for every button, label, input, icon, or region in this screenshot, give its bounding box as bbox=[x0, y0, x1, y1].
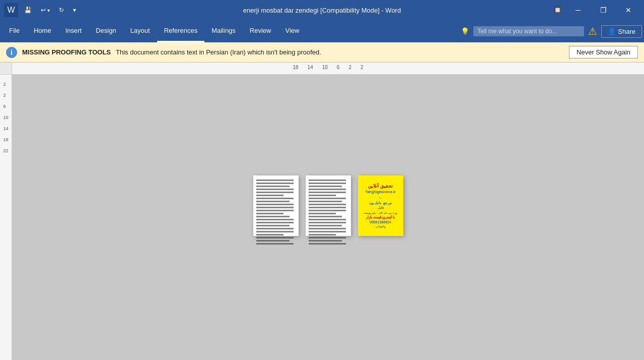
ribbon-actions: ⚠ 👤 Share bbox=[588, 20, 642, 42]
tab-references[interactable]: References bbox=[157, 20, 204, 42]
notification-body: This document contains text in Persian (… bbox=[116, 48, 321, 56]
text-line bbox=[256, 192, 294, 193]
ad-contact: واتساپ bbox=[376, 224, 386, 228]
customize-button[interactable]: ▾ bbox=[70, 6, 79, 15]
search-input[interactable] bbox=[473, 26, 584, 36]
text-line bbox=[256, 210, 294, 211]
ad-formats: ورد-پی دی اف - پاورپوینت bbox=[364, 211, 398, 214]
save-icon: 💾 bbox=[24, 7, 32, 14]
text-line bbox=[256, 198, 294, 199]
restore-button[interactable]: ❐ bbox=[592, 3, 615, 18]
text-line bbox=[256, 186, 290, 187]
share-button[interactable]: 👤 Share bbox=[601, 25, 642, 38]
document-title: enerji mosbat dar zendegi [Compatibility… bbox=[243, 7, 401, 14]
tab-insert[interactable]: Insert bbox=[58, 20, 89, 42]
text-line bbox=[256, 213, 284, 214]
text-line bbox=[309, 225, 342, 226]
page-1-text bbox=[253, 175, 299, 250]
share-label: Share bbox=[618, 28, 635, 35]
ad-arrow: ← bbox=[378, 195, 383, 200]
warning-button[interactable]: ⚠ bbox=[588, 25, 597, 37]
text-line bbox=[256, 243, 294, 245]
titlebar-right: 🔲 ─ ❐ ✕ bbox=[551, 3, 640, 18]
text-line bbox=[309, 240, 342, 242]
close-button[interactable]: ✕ bbox=[617, 3, 640, 18]
titlebar-left: W 💾 ↩ ▾ ↻ ▾ bbox=[4, 3, 79, 17]
main-area: 2 2 6 10 14 18 22 bbox=[0, 75, 644, 360]
restore-view-button[interactable]: 🔲 bbox=[551, 6, 564, 15]
text-line bbox=[309, 207, 346, 208]
text-line bbox=[309, 219, 346, 220]
text-line bbox=[309, 237, 346, 238]
redo-icon: ↻ bbox=[59, 7, 64, 14]
redo-button[interactable]: ↻ bbox=[56, 6, 67, 15]
ruler-row: 18 14 10 6 2 2 bbox=[0, 63, 644, 75]
ad-file: فایل bbox=[378, 206, 384, 210]
lightbulb-icon: 💡 bbox=[461, 27, 469, 35]
save-button[interactable]: 💾 bbox=[21, 6, 35, 15]
page-1 bbox=[253, 175, 299, 236]
restore-view-icon: 🔲 bbox=[554, 7, 561, 14]
text-line bbox=[256, 204, 294, 205]
vertical-ruler: 2 2 6 10 14 18 22 bbox=[0, 75, 12, 360]
text-line bbox=[309, 231, 346, 232]
ruler-corner bbox=[0, 63, 12, 75]
notification-title: MISSING PROOFING TOOLS bbox=[22, 48, 111, 56]
ribbon-search-area: 💡 bbox=[461, 20, 584, 42]
text-line bbox=[256, 201, 290, 202]
ad-site: Tahghighonline.ir bbox=[365, 190, 396, 194]
notification-bar: i MISSING PROOFING TOOLS This document c… bbox=[0, 42, 644, 63]
text-line bbox=[309, 243, 346, 245]
text-line bbox=[309, 186, 342, 187]
text-line bbox=[309, 183, 346, 184]
text-line bbox=[256, 234, 284, 235]
text-line bbox=[309, 204, 346, 205]
text-line bbox=[256, 237, 294, 238]
pages-row: تحقیق آنلاین Tahghighonline.ir ← مرجع دا… bbox=[253, 175, 403, 236]
text-line bbox=[256, 231, 294, 232]
warning-icon: ⚠ bbox=[588, 25, 597, 37]
text-line bbox=[256, 228, 294, 229]
never-show-again-button[interactable]: Never Show Again bbox=[569, 46, 638, 58]
text-line bbox=[309, 201, 342, 202]
tab-view[interactable]: View bbox=[278, 20, 306, 42]
ad-title: تحقیق آنلاین bbox=[368, 184, 393, 190]
tab-layout[interactable]: Layout bbox=[123, 20, 157, 42]
tab-mailings[interactable]: Mailings bbox=[204, 20, 243, 42]
tab-file[interactable]: File bbox=[2, 20, 27, 42]
tab-home[interactable]: Home bbox=[27, 20, 58, 42]
page-2 bbox=[306, 175, 351, 236]
text-line bbox=[309, 195, 336, 196]
v-ruler-numbers: 2 2 6 10 14 18 22 bbox=[3, 82, 8, 153]
ruler-numbers: 18 14 10 6 2 2 bbox=[293, 65, 363, 70]
ribbon: File Home Insert Design Layout Reference… bbox=[0, 20, 644, 42]
text-line bbox=[256, 179, 294, 181]
text-line bbox=[256, 225, 290, 226]
content-area[interactable]: تحقیق آنلاین Tahghighonline.ir ← مرجع دا… bbox=[12, 75, 644, 360]
minimize-button[interactable]: ─ bbox=[566, 3, 590, 18]
tab-design[interactable]: Design bbox=[89, 20, 123, 42]
titlebar: W 💾 ↩ ▾ ↻ ▾ enerji mosbat dar zendegi [C… bbox=[0, 0, 644, 20]
text-line bbox=[256, 240, 290, 242]
page-2-text bbox=[306, 175, 351, 250]
text-line bbox=[256, 183, 294, 184]
tab-review[interactable]: Review bbox=[243, 20, 278, 42]
customize-icon: ▾ bbox=[73, 7, 76, 14]
notification-icon: i bbox=[6, 47, 17, 58]
word-icon: W bbox=[4, 3, 18, 17]
text-line bbox=[309, 228, 346, 229]
text-line bbox=[309, 213, 336, 214]
text-line bbox=[256, 216, 290, 217]
text-line bbox=[309, 179, 346, 181]
text-line bbox=[309, 210, 346, 211]
text-line bbox=[309, 216, 342, 217]
horizontal-ruler: 18 14 10 6 2 2 bbox=[12, 63, 644, 75]
ad-phone: 09981366624 bbox=[370, 220, 391, 224]
share-icon: 👤 bbox=[608, 28, 616, 35]
text-line bbox=[256, 222, 294, 223]
undo-button[interactable]: ↩ ▾ bbox=[38, 6, 53, 15]
text-line bbox=[309, 192, 346, 193]
text-line bbox=[256, 195, 284, 196]
text-line bbox=[309, 198, 346, 199]
page-3-ad: تحقیق آنلاین Tahghighonline.ir ← مرجع دا… bbox=[358, 175, 403, 236]
